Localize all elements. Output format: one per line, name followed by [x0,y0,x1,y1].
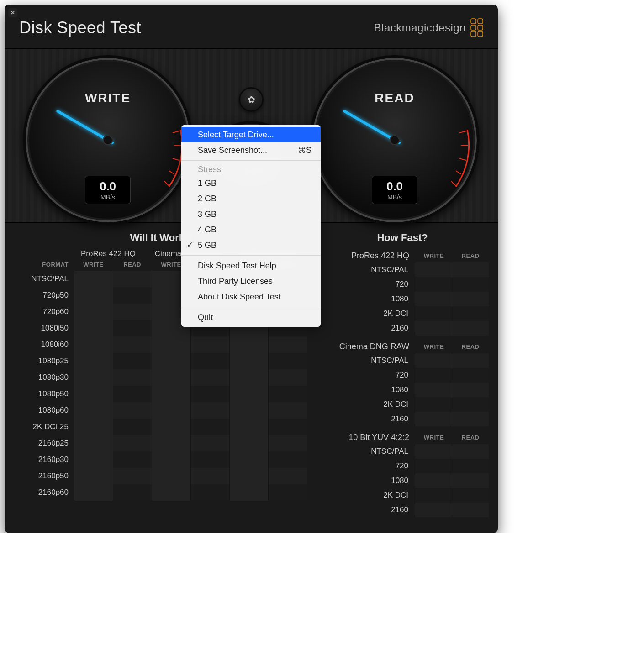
write-readout: 0.0 MB/s [85,176,131,204]
format-label: 2K DCI [316,306,415,321]
result-cell [452,277,489,292]
menu-help[interactable]: Disk Speed Test Help [181,258,321,273]
format-label: 720p60 [14,304,74,320]
format-header: FORMAT [14,261,74,268]
col-read: READ [452,252,489,259]
result-cell [452,412,489,426]
result-cell [229,386,268,402]
result-cell [152,353,190,369]
table-row: 1080p60 [14,402,307,419]
result-cell [415,444,452,459]
brand-text: Blackmagicdesign [374,21,466,34]
result-cell [229,468,268,484]
result-cell [452,353,489,368]
menu-stress-option[interactable]: ✓5 GB [181,237,321,253]
result-cell [74,419,113,435]
result-cell [415,262,452,277]
write-value: 0.0 [100,179,116,194]
result-cell [152,386,190,402]
menu-stress-option[interactable]: 2 GB [181,191,321,206]
result-cell [268,435,307,451]
menu-licenses[interactable]: Third Party Licenses [181,273,321,289]
result-cell [268,468,307,484]
result-cell [113,271,152,287]
app-title: Disk Speed Test [19,18,141,37]
result-cell [113,468,152,484]
result-cell [74,271,113,287]
svg-rect-0 [471,19,476,24]
table-row: 2160 [316,503,489,517]
format-label: 720 [316,368,415,383]
svg-rect-2 [471,25,476,30]
result-cell [415,306,452,321]
result-cell [415,412,452,426]
format-label: 1080p50 [14,386,74,402]
result-cell [152,402,190,419]
titlebar: Disk Speed Test Blackmagicdesign [5,5,498,48]
result-cell [268,336,307,353]
result-cell [452,292,489,306]
result-cell [268,386,307,402]
redzone-icon [433,127,470,191]
table-row: 1080i60 [14,336,307,353]
menu-separator [181,160,321,161]
result-cell [452,459,489,473]
format-label: 1080p30 [14,369,74,386]
result-cell [74,468,113,484]
result-cell [190,353,229,369]
section-header: 10 Bit YUV 4:2:2WRITEREAD [316,431,489,444]
format-label: 1080p25 [14,353,74,369]
menu-label: 3 GB [198,210,216,219]
format-label: 720p50 [14,287,74,304]
menu-select-target[interactable]: Select Target Drive... [181,127,321,142]
result-cell [452,306,489,321]
menu-stress-option[interactable]: 1 GB [181,175,321,191]
col-read: READ [452,343,489,350]
read-gauge: READ 0.0 MB/s [310,55,480,225]
format-label: 1080 [316,473,415,488]
format-label: NTSC/PAL [316,444,415,459]
write-unit: MB/s [100,194,115,201]
result-cell [113,419,152,435]
menu-about[interactable]: About Disk Speed Test [181,289,321,304]
result-cell [229,484,268,501]
menu-stress-option[interactable]: 4 GB [181,222,321,237]
table-row: 2K DCI [316,397,489,412]
close-button[interactable]: ✕ [8,8,17,17]
result-cell [152,468,190,484]
svg-line-13 [459,158,466,160]
settings-button[interactable]: ✿ [239,87,264,112]
write-gauge-label: WRITE [85,91,131,105]
result-cell [152,419,190,435]
table-row: 1080p30 [14,369,307,386]
format-label: 2K DCI [316,488,415,503]
menu-save-screenshot[interactable]: Save Screenshot... ⌘S [181,142,321,158]
result-cell [74,402,113,419]
result-cell [415,397,452,412]
how-fast-table: ProRes 422 HQWRITEREADNTSC/PAL72010802K … [316,249,489,517]
write-gauge: WRITE 0.0 MB/s [23,55,193,225]
menu-quit[interactable]: Quit [181,310,321,325]
menu-label: 5 GB [198,241,216,250]
menu-stress-option[interactable]: 3 GB [181,206,321,222]
result-cell [268,369,307,386]
result-cell [113,435,152,451]
svg-line-8 [173,158,179,160]
result-cell [415,353,452,368]
table-row: 720 [316,277,489,292]
table-row: 2K DCI [316,488,489,503]
result-cell [452,473,489,488]
format-label: 1080p60 [14,402,74,419]
menu-shortcut: ⌘S [298,144,311,156]
read-unit: MB/s [387,194,402,201]
result-cell [113,402,152,419]
col-write: WRITE [416,252,452,259]
table-row: 1080 [316,473,489,488]
svg-line-14 [456,171,461,174]
result-cell [113,451,152,468]
format-label: 2160p60 [14,484,74,501]
menu-label: 2 GB [198,194,216,203]
result-cell [152,336,190,353]
result-cell [113,320,152,336]
svg-rect-5 [478,31,483,37]
